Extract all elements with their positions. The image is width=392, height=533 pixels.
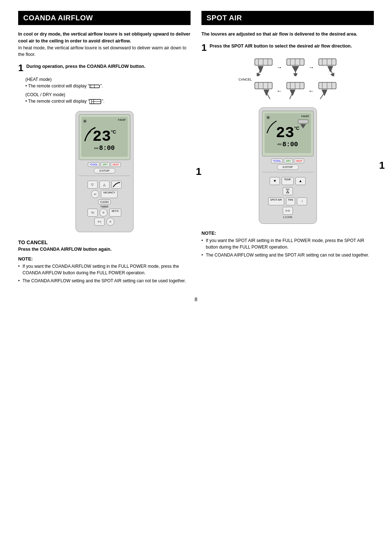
temp-down-btn[interactable]: ▼ [270, 177, 280, 185]
extra-btn[interactable]: ⊙ [106, 218, 114, 226]
timer-label: TIMER [79, 205, 130, 208]
cancel-label: CANCEL [238, 78, 252, 81]
arrow-left-1: ← [277, 88, 282, 94]
arrow-right-1: → [277, 64, 282, 71]
vacancy-btn[interactable]: VACANCY [101, 190, 117, 198]
timer-code: 1·2·3·5h [263, 216, 313, 218]
heat-btn[interactable]: HEAT [111, 162, 121, 167]
spot-step-marker: 1 [379, 160, 385, 171]
temp-up-btn[interactable]: ▲ [295, 177, 306, 185]
remote-lower-spot: ▼ TEMP. ▲ Ion ⁂ [262, 175, 314, 220]
spot-air-header: SPOT AIR [201, 11, 374, 25]
fan-btn[interactable]: FAN [286, 197, 295, 205]
spot-air-section: SPOT AIR The louvres are adjusted so tha… [201, 11, 374, 286]
clean-btn[interactable]: CLEAN [98, 200, 111, 204]
divider-coanda [79, 176, 130, 176]
ac-unit-6 [318, 82, 337, 101]
coanda-intro: In cool or dry mode, the vertical airflo… [18, 31, 191, 58]
to-cancel-desc: Press the COANDA AIRFLOW button again. [18, 247, 191, 252]
coanda-btn[interactable] [111, 181, 122, 189]
arrow-left-2: ← [309, 88, 314, 94]
remote-time-coanda: 8:00 [99, 144, 115, 152]
svg-line-24 [330, 69, 333, 75]
svg-rect-37 [319, 82, 336, 89]
spot-air-remote-wrap: ✳ FAN⟳ [201, 107, 374, 224]
swing-btn[interactable]: ↕ [297, 197, 307, 205]
coanda-note-item-1: If you want the COANDA AIRFLOW setting i… [18, 263, 191, 276]
sun-icon: ✳ [83, 118, 87, 124]
heat-mode-note: (HEAT mode) • The remote control will di… [25, 76, 191, 89]
remote-screen-spot: ✳ FAN⟳ [262, 111, 314, 156]
mode-buttons-coanda: *COOL DRY HEAT [79, 162, 130, 167]
down-arrow-btn[interactable]: ▽ [87, 181, 98, 189]
spot-louvre-icon [267, 120, 278, 134]
airflow-diagram: CANCEL [201, 58, 374, 101]
ac-unit-5 [286, 82, 305, 101]
spot-step1: 1 Press the SPOT AIR button to select th… [201, 43, 374, 52]
heat-btn-spot[interactable]: HEAT [294, 159, 304, 163]
svg-rect-25 [255, 82, 272, 89]
am-label-coanda: AM [94, 147, 98, 150]
svg-line-42 [320, 93, 324, 99]
coanda-header: COANDA AIRFLOW [18, 11, 191, 25]
coanda-note-title: NOTE: [18, 256, 191, 262]
stop-btn-coanda[interactable]: ⊙STOP [94, 168, 115, 173]
coanda-note: NOTE: If you want the COANDA AIRFLOW set… [18, 256, 191, 284]
divider-spot [262, 172, 314, 172]
svg-rect-31 [287, 82, 304, 89]
page: COANDA AIRFLOW In cool or dry mode, the … [0, 0, 392, 533]
sun-icon-spot: ✳ [266, 115, 270, 120]
ac-unit-1 [254, 58, 273, 77]
up-arrow-btn[interactable]: △ [99, 181, 110, 189]
onoff-btn-spot[interactable]: ⊙·⊙ [283, 207, 293, 215]
louvre-icon [84, 127, 97, 143]
mode-buttons-spot: *COOL DRY HEAT [262, 159, 314, 163]
to-cancel: TO CANCEL Press the COANDA AIRFLOW butto… [18, 239, 191, 252]
power-btn[interactable]: ⊙·| [94, 218, 105, 226]
svg-line-12 [258, 70, 261, 75]
svg-rect-43 [298, 120, 308, 123]
ac-unit-3 [318, 58, 337, 77]
svg-line-36 [290, 93, 293, 99]
dry-btn[interactable]: DRY [101, 162, 110, 167]
ac-unit-2 [286, 58, 305, 77]
spot-unit-icon [297, 119, 309, 130]
svg-rect-13 [287, 59, 304, 65]
main-content: COANDA AIRFLOW In cool or dry mode, the … [18, 11, 374, 286]
coanda-step-marker: 1 [196, 166, 201, 177]
coanda-note-item-2: The COANDA AIRFLOW setting and the SPOT … [18, 278, 191, 284]
spot-note: NOTE: If you want the SPOT AIR setting i… [201, 230, 374, 258]
back-btn[interactable]: ↩ [91, 190, 99, 198]
to-cancel-title: TO CANCEL [18, 239, 191, 245]
remote-screen-coanda: ✳ FAN⟳ 23 [79, 114, 130, 160]
arrow-right-2: → [309, 64, 314, 71]
coanda-remote-wrap: ✳ FAN⟳ 23 [18, 111, 191, 232]
spot-air-remote: ✳ FAN⟳ [259, 107, 317, 224]
coanda-remote: ✳ FAN⟳ 23 [75, 111, 134, 232]
dry-btn-spot[interactable]: DRY [284, 159, 293, 163]
timer-clock-btn[interactable]: ⊙ [99, 209, 107, 217]
svg-marker-44 [300, 124, 306, 128]
timer-back-btn[interactable]: ⊙| [87, 209, 98, 217]
coanda-section: COANDA AIRFLOW In cool or dry mode, the … [18, 11, 191, 286]
page-number: 8 [18, 296, 374, 302]
cool-btn[interactable]: *COOL [88, 162, 100, 167]
svg-rect-19 [319, 59, 336, 65]
svg-line-30 [266, 93, 270, 99]
coanda-step1: 1 During operation, press the COANDA AIR… [18, 63, 191, 73]
spot-note-item-2: The COANDA AIRFLOW setting and the SPOT … [201, 252, 374, 258]
remote-temp-spot: 23 [276, 126, 294, 141]
temp-label: TEMP. [282, 177, 294, 185]
ion-btn[interactable]: Ion ⁂ [283, 187, 293, 195]
remote-time-spot: 8:00 [282, 141, 298, 148]
setc-btn[interactable]: SET/C [109, 209, 121, 217]
spot-note-item-1: If you want the SPOT AIR setting in the … [201, 237, 374, 250]
stop-btn-spot[interactable]: ⊙STOP [277, 164, 299, 170]
remote-lower-coanda: ▽ △ ↩ VACANCY [79, 178, 130, 228]
cool-btn-spot[interactable]: *COOL [271, 159, 283, 163]
spot-air-btn[interactable]: SPOT AIR [268, 197, 284, 205]
cool-mode-note: (COOL / DRY mode) • The remote control w… [25, 91, 191, 104]
spot-note-title: NOTE: [201, 230, 374, 236]
am-label-spot: AM [277, 143, 282, 146]
fan-label: FAN⟳ [118, 118, 126, 124]
